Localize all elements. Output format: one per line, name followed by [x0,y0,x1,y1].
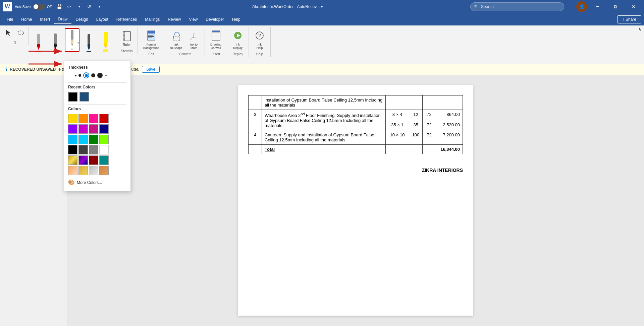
recent-color-black[interactable] [68,92,77,102]
thickness-dot-5[interactable] [97,73,103,78]
color-teal[interactable] [99,155,109,165]
ribbon-group-replay: InkReplay Replay [227,27,249,57]
work-table: installation of Gypsum Board False Ceili… [248,95,463,154]
thickness-radio-selected[interactable] [83,72,89,78]
color-silver[interactable] [89,166,98,175]
menu-file[interactable]: File [3,15,17,24]
color-dark-blue[interactable] [99,124,109,134]
document-area[interactable]: installation of Gypsum Board False Ceili… [67,75,644,326]
color-gold2[interactable] [78,166,88,175]
ink-to-shape-button[interactable]: Inkto Shape [168,28,184,51]
user-avatar[interactable]: 👤 [576,1,587,12]
save-icon[interactable]: 💾 [54,2,64,11]
menu-references[interactable]: References [112,15,141,24]
lasso-tool-button[interactable] [15,27,26,38]
thickness-dot-4[interactable] [91,73,95,77]
ink-to-math-button[interactable]: ∫ Ink toMath [186,28,201,51]
drawing-canvas-label: DrawingCanvas [210,43,221,50]
table-cell-description: installation of Gypsum Board False Ceili… [262,95,386,110]
menu-help[interactable]: Help [228,15,245,24]
menu-draw[interactable]: Draw [54,15,71,24]
thickness-dot-1[interactable] [75,75,76,76]
recent-color-blue[interactable] [79,92,89,102]
menu-view[interactable]: View [185,15,202,24]
autosave-label: AutoSave [15,5,31,9]
svg-rect-13 [88,34,90,44]
highlighter-tool[interactable] [98,31,113,52]
color-gray[interactable] [89,145,98,154]
arrow-thickness [27,46,67,56]
svg-marker-0 [6,30,11,36]
color-crimson[interactable] [89,124,98,134]
recent-colors-section: Recent Colors [68,85,126,102]
minimize-button[interactable]: − [590,1,605,12]
more-colors-button[interactable]: 🎨 More Colors... [68,178,126,187]
autosave-toggle[interactable] [33,4,45,10]
thickness-dot-2[interactable] [78,74,81,77]
svg-marker-11 [71,44,73,46]
svg-rect-8 [71,30,73,40]
share-button[interactable]: ↑ Share [617,15,641,23]
color-gold-texture[interactable] [68,155,77,165]
color-bronze[interactable] [99,166,109,175]
color-dark-red[interactable] [89,155,98,165]
color-white[interactable] [99,145,109,154]
menu-design[interactable]: Design [71,15,92,24]
recent-colors-row [68,92,126,102]
stencils-label: Ruler [123,43,131,47]
undo-icon[interactable]: ↩ [64,2,74,11]
table-cell-amt3a: 864.00 [436,110,463,120]
table-cell-amt4: 7,200.00 [436,130,463,145]
thickness-plus-icon[interactable]: + [105,73,107,78]
search-bar[interactable]: 🔍 Search [470,2,564,11]
collapse-ribbon-button[interactable]: ∧ [638,27,641,31]
color-orange[interactable] [78,114,88,123]
color-purple[interactable] [68,124,77,134]
redo-icon[interactable]: ↺ [85,2,94,11]
menu-layout[interactable]: Layout [92,15,112,24]
colors-title: Colors [68,107,126,111]
color-sky-blue[interactable] [68,135,77,144]
select-tool-button[interactable] [3,27,14,38]
customize-quick-access[interactable]: ▾ [95,2,104,11]
menu-home[interactable]: Home [17,15,36,24]
word-icon: W [3,2,12,11]
recovery-save-button[interactable]: Save [142,66,160,73]
svg-rect-17 [104,43,107,46]
ruler-button[interactable]: Ruler [119,28,134,48]
color-green[interactable] [89,135,98,144]
close-button[interactable]: ✕ [626,1,641,12]
document-page: installation of Gypsum Board False Ceili… [238,85,473,316]
color-red[interactable] [99,114,109,123]
menu-insert[interactable]: Insert [36,15,54,24]
svg-rect-14 [88,44,90,47]
color-peach[interactable] [68,166,77,175]
color-cyan[interactable] [78,135,88,144]
title-dropdown[interactable]: ▾ [321,5,323,9]
undo-dropdown[interactable]: ▾ [74,2,84,11]
menu-developer[interactable]: Developer [202,15,228,24]
ink-help-button[interactable]: ? InkHelp [252,28,267,51]
autorecov-label: AutoRecov... [297,4,320,9]
color-dark-gray[interactable] [78,145,88,154]
color-pink[interactable] [89,114,98,123]
table-cell-qty3b: 35 [409,120,423,130]
share-label: Share [626,17,636,22]
color-magenta[interactable] [78,124,88,134]
svg-rect-5 [54,34,57,44]
svg-marker-18 [104,46,107,48]
restore-button[interactable]: ⧉ [608,1,623,12]
color-black[interactable] [68,145,77,154]
color-lime[interactable] [99,135,109,144]
menu-review[interactable]: Review [164,15,185,24]
color-gold[interactable] [68,114,77,123]
drawing-canvas-button[interactable]: DrawingCanvas [208,28,223,51]
ink-replay-button[interactable]: InkReplay [230,28,245,51]
format-background-button[interactable]: FormatBackground [141,28,161,51]
help-group-label: Help [256,51,263,56]
menu-mailings[interactable]: Mailings [141,15,164,24]
edit-group-label: Edit [148,51,154,56]
color-galaxy[interactable] [78,155,88,165]
pen-tool-4[interactable] [82,34,96,52]
toggle-state: Off [47,5,52,9]
